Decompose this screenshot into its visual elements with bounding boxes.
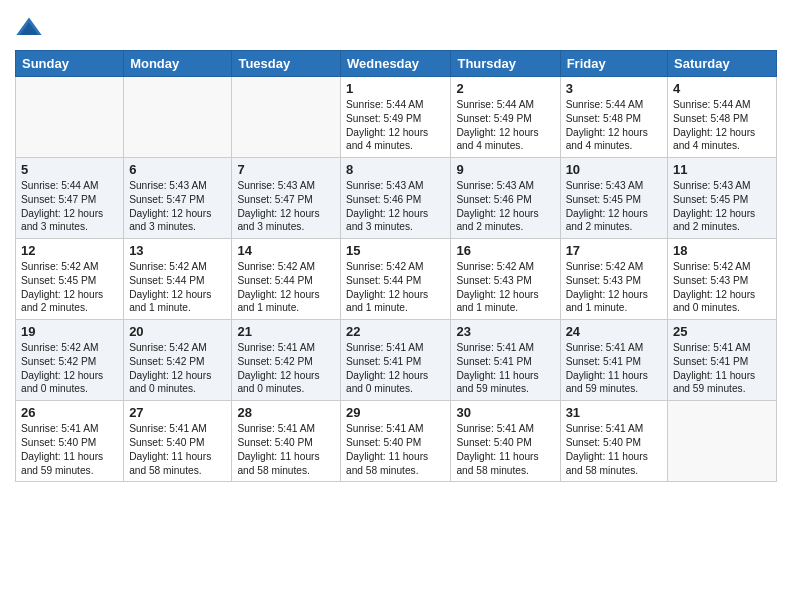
day-number: 14	[237, 243, 335, 258]
day-number: 29	[346, 405, 445, 420]
cell-content: Sunrise: 5:42 AM Sunset: 5:43 PM Dayligh…	[566, 260, 662, 315]
calendar-cell: 11Sunrise: 5:43 AM Sunset: 5:45 PM Dayli…	[668, 158, 777, 239]
cell-content: Sunrise: 5:43 AM Sunset: 5:47 PM Dayligh…	[237, 179, 335, 234]
calendar-cell: 26Sunrise: 5:41 AM Sunset: 5:40 PM Dayli…	[16, 401, 124, 482]
calendar-cell: 25Sunrise: 5:41 AM Sunset: 5:41 PM Dayli…	[668, 320, 777, 401]
calendar-cell: 22Sunrise: 5:41 AM Sunset: 5:41 PM Dayli…	[341, 320, 451, 401]
cell-content: Sunrise: 5:42 AM Sunset: 5:43 PM Dayligh…	[456, 260, 554, 315]
calendar-cell	[124, 77, 232, 158]
calendar-cell: 3Sunrise: 5:44 AM Sunset: 5:48 PM Daylig…	[560, 77, 667, 158]
cell-content: Sunrise: 5:41 AM Sunset: 5:41 PM Dayligh…	[456, 341, 554, 396]
calendar-cell: 24Sunrise: 5:41 AM Sunset: 5:41 PM Dayli…	[560, 320, 667, 401]
day-number: 4	[673, 81, 771, 96]
calendar-week-row: 1Sunrise: 5:44 AM Sunset: 5:49 PM Daylig…	[16, 77, 777, 158]
cell-content: Sunrise: 5:41 AM Sunset: 5:41 PM Dayligh…	[346, 341, 445, 396]
cell-content: Sunrise: 5:41 AM Sunset: 5:40 PM Dayligh…	[237, 422, 335, 477]
calendar-header-row: SundayMondayTuesdayWednesdayThursdayFrid…	[16, 51, 777, 77]
calendar-week-row: 12Sunrise: 5:42 AM Sunset: 5:45 PM Dayli…	[16, 239, 777, 320]
cell-content: Sunrise: 5:44 AM Sunset: 5:47 PM Dayligh…	[21, 179, 118, 234]
weekday-header-friday: Friday	[560, 51, 667, 77]
calendar-cell: 10Sunrise: 5:43 AM Sunset: 5:45 PM Dayli…	[560, 158, 667, 239]
calendar-week-row: 5Sunrise: 5:44 AM Sunset: 5:47 PM Daylig…	[16, 158, 777, 239]
day-number: 19	[21, 324, 118, 339]
weekday-header-monday: Monday	[124, 51, 232, 77]
day-number: 16	[456, 243, 554, 258]
calendar-cell: 4Sunrise: 5:44 AM Sunset: 5:48 PM Daylig…	[668, 77, 777, 158]
calendar-cell: 1Sunrise: 5:44 AM Sunset: 5:49 PM Daylig…	[341, 77, 451, 158]
cell-content: Sunrise: 5:41 AM Sunset: 5:40 PM Dayligh…	[129, 422, 226, 477]
day-number: 1	[346, 81, 445, 96]
day-number: 26	[21, 405, 118, 420]
calendar-cell: 15Sunrise: 5:42 AM Sunset: 5:44 PM Dayli…	[341, 239, 451, 320]
day-number: 28	[237, 405, 335, 420]
day-number: 31	[566, 405, 662, 420]
day-number: 3	[566, 81, 662, 96]
day-number: 8	[346, 162, 445, 177]
cell-content: Sunrise: 5:42 AM Sunset: 5:42 PM Dayligh…	[21, 341, 118, 396]
cell-content: Sunrise: 5:44 AM Sunset: 5:48 PM Dayligh…	[673, 98, 771, 153]
day-number: 12	[21, 243, 118, 258]
weekday-header-wednesday: Wednesday	[341, 51, 451, 77]
cell-content: Sunrise: 5:43 AM Sunset: 5:46 PM Dayligh…	[346, 179, 445, 234]
calendar-cell: 2Sunrise: 5:44 AM Sunset: 5:49 PM Daylig…	[451, 77, 560, 158]
calendar-cell: 12Sunrise: 5:42 AM Sunset: 5:45 PM Dayli…	[16, 239, 124, 320]
cell-content: Sunrise: 5:43 AM Sunset: 5:46 PM Dayligh…	[456, 179, 554, 234]
cell-content: Sunrise: 5:44 AM Sunset: 5:48 PM Dayligh…	[566, 98, 662, 153]
cell-content: Sunrise: 5:41 AM Sunset: 5:40 PM Dayligh…	[456, 422, 554, 477]
calendar-cell: 18Sunrise: 5:42 AM Sunset: 5:43 PM Dayli…	[668, 239, 777, 320]
day-number: 23	[456, 324, 554, 339]
calendar-table: SundayMondayTuesdayWednesdayThursdayFrid…	[15, 50, 777, 482]
weekday-header-thursday: Thursday	[451, 51, 560, 77]
day-number: 5	[21, 162, 118, 177]
calendar-cell: 13Sunrise: 5:42 AM Sunset: 5:44 PM Dayli…	[124, 239, 232, 320]
day-number: 9	[456, 162, 554, 177]
calendar-cell: 7Sunrise: 5:43 AM Sunset: 5:47 PM Daylig…	[232, 158, 341, 239]
cell-content: Sunrise: 5:44 AM Sunset: 5:49 PM Dayligh…	[456, 98, 554, 153]
weekday-header-tuesday: Tuesday	[232, 51, 341, 77]
cell-content: Sunrise: 5:41 AM Sunset: 5:40 PM Dayligh…	[21, 422, 118, 477]
day-number: 6	[129, 162, 226, 177]
calendar-cell	[668, 401, 777, 482]
cell-content: Sunrise: 5:43 AM Sunset: 5:47 PM Dayligh…	[129, 179, 226, 234]
cell-content: Sunrise: 5:42 AM Sunset: 5:43 PM Dayligh…	[673, 260, 771, 315]
calendar-cell: 27Sunrise: 5:41 AM Sunset: 5:40 PM Dayli…	[124, 401, 232, 482]
cell-content: Sunrise: 5:41 AM Sunset: 5:41 PM Dayligh…	[566, 341, 662, 396]
day-number: 10	[566, 162, 662, 177]
cell-content: Sunrise: 5:41 AM Sunset: 5:40 PM Dayligh…	[566, 422, 662, 477]
cell-content: Sunrise: 5:41 AM Sunset: 5:40 PM Dayligh…	[346, 422, 445, 477]
cell-content: Sunrise: 5:43 AM Sunset: 5:45 PM Dayligh…	[673, 179, 771, 234]
calendar-cell: 17Sunrise: 5:42 AM Sunset: 5:43 PM Dayli…	[560, 239, 667, 320]
calendar-cell: 9Sunrise: 5:43 AM Sunset: 5:46 PM Daylig…	[451, 158, 560, 239]
day-number: 24	[566, 324, 662, 339]
day-number: 22	[346, 324, 445, 339]
day-number: 18	[673, 243, 771, 258]
cell-content: Sunrise: 5:44 AM Sunset: 5:49 PM Dayligh…	[346, 98, 445, 153]
day-number: 21	[237, 324, 335, 339]
cell-content: Sunrise: 5:42 AM Sunset: 5:44 PM Dayligh…	[129, 260, 226, 315]
calendar-cell: 20Sunrise: 5:42 AM Sunset: 5:42 PM Dayli…	[124, 320, 232, 401]
calendar-cell: 19Sunrise: 5:42 AM Sunset: 5:42 PM Dayli…	[16, 320, 124, 401]
cell-content: Sunrise: 5:42 AM Sunset: 5:44 PM Dayligh…	[237, 260, 335, 315]
calendar-cell: 21Sunrise: 5:41 AM Sunset: 5:42 PM Dayli…	[232, 320, 341, 401]
calendar-cell: 16Sunrise: 5:42 AM Sunset: 5:43 PM Dayli…	[451, 239, 560, 320]
calendar-cell: 23Sunrise: 5:41 AM Sunset: 5:41 PM Dayli…	[451, 320, 560, 401]
logo-icon	[15, 14, 43, 42]
day-number: 27	[129, 405, 226, 420]
day-number: 11	[673, 162, 771, 177]
header	[15, 10, 777, 42]
calendar-cell	[16, 77, 124, 158]
day-number: 25	[673, 324, 771, 339]
day-number: 13	[129, 243, 226, 258]
calendar-cell: 6Sunrise: 5:43 AM Sunset: 5:47 PM Daylig…	[124, 158, 232, 239]
calendar-cell: 8Sunrise: 5:43 AM Sunset: 5:46 PM Daylig…	[341, 158, 451, 239]
day-number: 30	[456, 405, 554, 420]
cell-content: Sunrise: 5:42 AM Sunset: 5:44 PM Dayligh…	[346, 260, 445, 315]
cell-content: Sunrise: 5:41 AM Sunset: 5:42 PM Dayligh…	[237, 341, 335, 396]
calendar-cell	[232, 77, 341, 158]
calendar-cell: 30Sunrise: 5:41 AM Sunset: 5:40 PM Dayli…	[451, 401, 560, 482]
calendar-cell: 5Sunrise: 5:44 AM Sunset: 5:47 PM Daylig…	[16, 158, 124, 239]
day-number: 7	[237, 162, 335, 177]
cell-content: Sunrise: 5:43 AM Sunset: 5:45 PM Dayligh…	[566, 179, 662, 234]
calendar-week-row: 19Sunrise: 5:42 AM Sunset: 5:42 PM Dayli…	[16, 320, 777, 401]
cell-content: Sunrise: 5:41 AM Sunset: 5:41 PM Dayligh…	[673, 341, 771, 396]
